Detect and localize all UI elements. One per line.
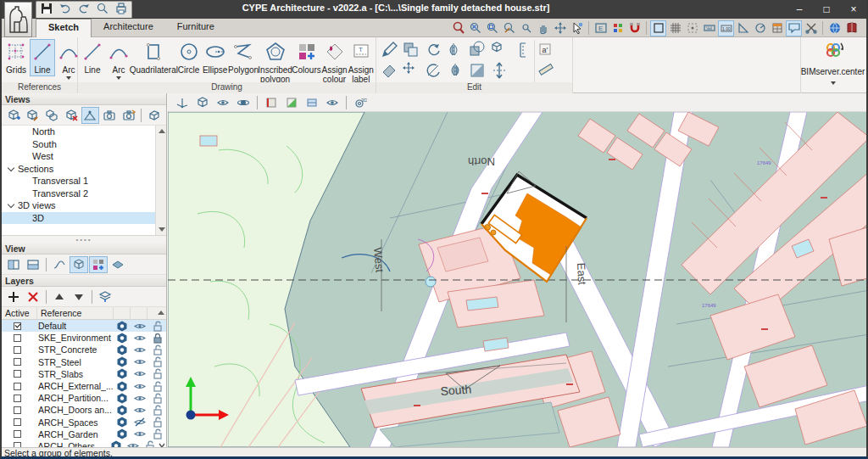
layer-row-arch-garden[interactable]: ARCH_Garden [2,428,166,440]
layer-visible-icon[interactable] [131,367,148,380]
view-visibility-icon[interactable] [81,107,100,124]
orbit-view-icon[interactable] [214,94,232,111]
selection-box-icon[interactable] [650,20,666,36]
layer-group-icon[interactable] [113,320,131,333]
layer-unlocked-icon[interactable] [148,344,166,356]
colour-view-icon[interactable] [89,256,108,273]
dropdown-arrow-icon[interactable] [116,76,121,80]
panel-splitter[interactable]: •••• [2,236,166,243]
chevron-down-icon[interactable] [8,201,14,208]
minimize-button[interactable]: – [792,3,807,15]
green-plane-icon[interactable] [282,94,301,111]
workplane-icon[interactable] [108,256,127,273]
bimserver-dropdown-arrow[interactable] [831,81,836,85]
qat-redo-icon[interactable] [77,2,91,19]
close-button[interactable]: × [846,3,861,15]
3d-view-icon[interactable] [145,107,164,124]
web-icon[interactable] [826,20,843,36]
pan-icon[interactable] [535,20,551,36]
ellipse-button[interactable]: Ellipse [203,39,228,76]
maximize-button[interactable]: □ [819,3,834,15]
qat-search-icon[interactable] [96,2,109,19]
layer-unlocked-icon[interactable] [148,320,166,333]
layer-visible-icon[interactable] [131,355,148,368]
view-tree-item-south[interactable]: South [2,138,166,151]
rotate-tool-button[interactable] [422,40,444,60]
delete-layer-icon[interactable] [24,288,42,305]
capture-view-icon[interactable] [100,107,119,124]
layer-group-icon[interactable] [113,428,131,440]
pixel-view-icon[interactable] [609,20,626,36]
layer-group-icon[interactable] [113,367,131,380]
export-icon[interactable]: E [593,20,609,36]
curve-smoothing-icon[interactable] [50,256,69,273]
quadrilateral-button[interactable]: Quadrilateral [132,39,175,76]
chevron-down-icon[interactable] [8,165,14,171]
line-button[interactable]: Line [30,39,55,76]
layer-row-arch-spaces[interactable]: ARCH_Spaces [2,417,166,428]
qat-print-icon[interactable] [114,2,128,19]
edit-view-icon[interactable] [24,107,42,124]
layers-scroll-up-icon[interactable] [158,311,164,315]
comment-icon[interactable] [786,20,802,36]
dimension-tool-button[interactable] [510,40,532,60]
gimbal-icon[interactable] [234,94,253,111]
line-button[interactable]: Line [80,39,105,76]
ortho-icon[interactable] [735,20,751,36]
zoom-icon[interactable] [450,20,466,36]
angle-snap-icon[interactable] [752,20,768,36]
snap-point-icon[interactable] [684,20,700,36]
invert-tool-button[interactable] [466,60,488,81]
tab-architecture[interactable]: Architecture [92,19,165,37]
redraw-icon[interactable] [501,20,517,36]
layer-visible-icon[interactable] [131,404,148,417]
views-tree-scrollbar[interactable] [155,126,166,235]
restore-view-icon[interactable] [120,107,138,124]
layer-visible-icon[interactable] [131,392,148,405]
layer-active-checkbox[interactable] [14,346,21,354]
measure-tool-button[interactable] [538,60,554,76]
layer-active-checkbox[interactable] [14,430,21,438]
layer-active-checkbox[interactable] [14,322,21,330]
view-tree-item-transversal-2[interactable]: Transversal 2 [2,188,166,200]
rotateAngle-tool-button[interactable] [422,60,444,81]
mirrorCopy-tool-button[interactable] [444,60,466,81]
layer-unlocked-icon[interactable] [148,355,166,368]
layer-active-checkbox[interactable] [14,406,21,414]
section-box-icon[interactable] [262,94,281,111]
layer-group-icon[interactable] [113,332,131,344]
layer-locked-icon[interactable] [148,332,166,344]
layer-visible-icon[interactable] [131,344,148,356]
layer-visible-icon[interactable] [131,428,148,440]
layer-row-ske-environment[interactable]: SKE_Environment [2,332,166,344]
add-view-icon[interactable] [4,107,23,124]
arc-button[interactable]: Arc [106,39,131,81]
colours-button[interactable]: Colours [292,39,321,76]
intersect-tool-button[interactable] [466,40,488,60]
view-tree-item-3d-views[interactable]: 3D views [2,199,166,212]
stretch-tool-button[interactable] [488,60,510,81]
layer-active-checkbox[interactable] [14,334,21,342]
axes-icon[interactable] [173,94,192,111]
move-layer-down-icon[interactable] [70,288,88,305]
textA-tool-button[interactable]: a′ [538,42,554,57]
layer-row-arch-external-[interactable]: ARCH_External_... [2,380,166,392]
qat-undo-icon[interactable] [58,2,72,19]
layer-unlocked-icon[interactable] [148,404,166,417]
tab-furniture[interactable]: Furniture [165,19,226,37]
mirror-tool-button[interactable] [444,40,466,60]
grids-button[interactable]: Grids [3,39,29,76]
layer-active-checkbox[interactable] [14,383,21,390]
layer-group-icon[interactable] [113,416,131,428]
view-tree-item-west[interactable]: West [2,150,166,163]
bimserver-button[interactable]: BIMserver.center [800,37,865,93]
layer-unlocked-icon[interactable] [148,416,166,428]
app-logo[interactable] [4,2,32,37]
layer-row-default[interactable]: Default [2,320,166,332]
layer-hidden-icon[interactable] [131,416,148,428]
dimension-scale-icon[interactable]: 1.00 [718,20,734,36]
inscribed-polygon-button[interactable]: Inscribed polygon [259,39,292,86]
help-book-icon[interactable] [843,20,860,36]
split-horizontal-icon[interactable] [4,256,23,273]
solid-view-icon[interactable] [70,256,88,273]
